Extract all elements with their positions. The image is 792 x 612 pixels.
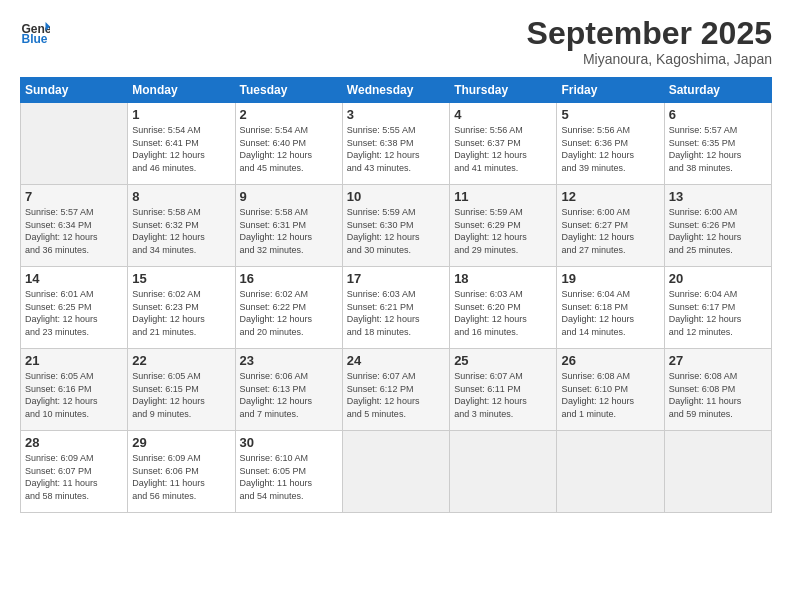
day-number: 19 (561, 271, 659, 286)
day-number: 15 (132, 271, 230, 286)
day-info: Sunrise: 5:55 AM Sunset: 6:38 PM Dayligh… (347, 124, 445, 174)
calendar-cell: 11Sunrise: 5:59 AM Sunset: 6:29 PM Dayli… (450, 185, 557, 267)
day-info: Sunrise: 5:54 AM Sunset: 6:40 PM Dayligh… (240, 124, 338, 174)
week-row-3: 14Sunrise: 6:01 AM Sunset: 6:25 PM Dayli… (21, 267, 772, 349)
calendar-cell: 18Sunrise: 6:03 AM Sunset: 6:20 PM Dayli… (450, 267, 557, 349)
day-info: Sunrise: 5:59 AM Sunset: 6:29 PM Dayligh… (454, 206, 552, 256)
calendar-cell: 23Sunrise: 6:06 AM Sunset: 6:13 PM Dayli… (235, 349, 342, 431)
day-info: Sunrise: 6:00 AM Sunset: 6:26 PM Dayligh… (669, 206, 767, 256)
day-number: 14 (25, 271, 123, 286)
day-number: 22 (132, 353, 230, 368)
day-info: Sunrise: 6:05 AM Sunset: 6:15 PM Dayligh… (132, 370, 230, 420)
day-info: Sunrise: 6:08 AM Sunset: 6:10 PM Dayligh… (561, 370, 659, 420)
day-number: 30 (240, 435, 338, 450)
page-header: General Blue September 2025 Miyanoura, K… (20, 16, 772, 67)
calendar-cell: 30Sunrise: 6:10 AM Sunset: 6:05 PM Dayli… (235, 431, 342, 513)
day-number: 17 (347, 271, 445, 286)
day-number: 16 (240, 271, 338, 286)
day-info: Sunrise: 6:07 AM Sunset: 6:12 PM Dayligh… (347, 370, 445, 420)
calendar-cell: 27Sunrise: 6:08 AM Sunset: 6:08 PM Dayli… (664, 349, 771, 431)
weekday-header-thursday: Thursday (450, 78, 557, 103)
day-number: 20 (669, 271, 767, 286)
day-number: 18 (454, 271, 552, 286)
week-row-5: 28Sunrise: 6:09 AM Sunset: 6:07 PM Dayli… (21, 431, 772, 513)
day-info: Sunrise: 6:09 AM Sunset: 6:06 PM Dayligh… (132, 452, 230, 502)
day-info: Sunrise: 5:58 AM Sunset: 6:32 PM Dayligh… (132, 206, 230, 256)
calendar-cell (21, 103, 128, 185)
day-info: Sunrise: 5:59 AM Sunset: 6:30 PM Dayligh… (347, 206, 445, 256)
calendar-cell (557, 431, 664, 513)
day-info: Sunrise: 6:03 AM Sunset: 6:21 PM Dayligh… (347, 288, 445, 338)
calendar-cell (450, 431, 557, 513)
day-info: Sunrise: 5:57 AM Sunset: 6:34 PM Dayligh… (25, 206, 123, 256)
day-number: 7 (25, 189, 123, 204)
day-info: Sunrise: 5:57 AM Sunset: 6:35 PM Dayligh… (669, 124, 767, 174)
day-number: 2 (240, 107, 338, 122)
calendar-cell: 17Sunrise: 6:03 AM Sunset: 6:21 PM Dayli… (342, 267, 449, 349)
month-title: September 2025 (527, 16, 772, 51)
calendar-cell: 24Sunrise: 6:07 AM Sunset: 6:12 PM Dayli… (342, 349, 449, 431)
day-info: Sunrise: 6:04 AM Sunset: 6:17 PM Dayligh… (669, 288, 767, 338)
day-number: 6 (669, 107, 767, 122)
day-number: 8 (132, 189, 230, 204)
day-number: 3 (347, 107, 445, 122)
weekday-header-wednesday: Wednesday (342, 78, 449, 103)
calendar-cell: 9Sunrise: 5:58 AM Sunset: 6:31 PM Daylig… (235, 185, 342, 267)
day-number: 1 (132, 107, 230, 122)
calendar-cell: 22Sunrise: 6:05 AM Sunset: 6:15 PM Dayli… (128, 349, 235, 431)
weekday-header-saturday: Saturday (664, 78, 771, 103)
day-info: Sunrise: 5:56 AM Sunset: 6:36 PM Dayligh… (561, 124, 659, 174)
day-info: Sunrise: 6:08 AM Sunset: 6:08 PM Dayligh… (669, 370, 767, 420)
day-number: 10 (347, 189, 445, 204)
calendar-cell (342, 431, 449, 513)
weekday-header-sunday: Sunday (21, 78, 128, 103)
calendar-cell: 26Sunrise: 6:08 AM Sunset: 6:10 PM Dayli… (557, 349, 664, 431)
calendar-cell: 6Sunrise: 5:57 AM Sunset: 6:35 PM Daylig… (664, 103, 771, 185)
calendar-cell: 16Sunrise: 6:02 AM Sunset: 6:22 PM Dayli… (235, 267, 342, 349)
day-number: 25 (454, 353, 552, 368)
logo: General Blue (20, 16, 52, 46)
calendar-cell: 4Sunrise: 5:56 AM Sunset: 6:37 PM Daylig… (450, 103, 557, 185)
calendar-cell: 14Sunrise: 6:01 AM Sunset: 6:25 PM Dayli… (21, 267, 128, 349)
day-number: 13 (669, 189, 767, 204)
day-number: 23 (240, 353, 338, 368)
day-info: Sunrise: 6:03 AM Sunset: 6:20 PM Dayligh… (454, 288, 552, 338)
day-info: Sunrise: 6:09 AM Sunset: 6:07 PM Dayligh… (25, 452, 123, 502)
day-number: 21 (25, 353, 123, 368)
day-number: 28 (25, 435, 123, 450)
day-number: 24 (347, 353, 445, 368)
weekday-header-monday: Monday (128, 78, 235, 103)
week-row-1: 1Sunrise: 5:54 AM Sunset: 6:41 PM Daylig… (21, 103, 772, 185)
day-info: Sunrise: 6:02 AM Sunset: 6:22 PM Dayligh… (240, 288, 338, 338)
calendar-cell: 8Sunrise: 5:58 AM Sunset: 6:32 PM Daylig… (128, 185, 235, 267)
calendar-cell: 3Sunrise: 5:55 AM Sunset: 6:38 PM Daylig… (342, 103, 449, 185)
week-row-2: 7Sunrise: 5:57 AM Sunset: 6:34 PM Daylig… (21, 185, 772, 267)
day-number: 11 (454, 189, 552, 204)
calendar-cell: 2Sunrise: 5:54 AM Sunset: 6:40 PM Daylig… (235, 103, 342, 185)
calendar-cell: 5Sunrise: 5:56 AM Sunset: 6:36 PM Daylig… (557, 103, 664, 185)
day-info: Sunrise: 5:58 AM Sunset: 6:31 PM Dayligh… (240, 206, 338, 256)
location: Miyanoura, Kagoshima, Japan (527, 51, 772, 67)
weekday-header-friday: Friday (557, 78, 664, 103)
day-info: Sunrise: 6:06 AM Sunset: 6:13 PM Dayligh… (240, 370, 338, 420)
week-row-4: 21Sunrise: 6:05 AM Sunset: 6:16 PM Dayli… (21, 349, 772, 431)
weekday-header-row: SundayMondayTuesdayWednesdayThursdayFrid… (21, 78, 772, 103)
calendar-cell: 1Sunrise: 5:54 AM Sunset: 6:41 PM Daylig… (128, 103, 235, 185)
day-number: 26 (561, 353, 659, 368)
calendar-table: SundayMondayTuesdayWednesdayThursdayFrid… (20, 77, 772, 513)
day-number: 12 (561, 189, 659, 204)
calendar-cell: 25Sunrise: 6:07 AM Sunset: 6:11 PM Dayli… (450, 349, 557, 431)
day-info: Sunrise: 6:07 AM Sunset: 6:11 PM Dayligh… (454, 370, 552, 420)
day-number: 27 (669, 353, 767, 368)
calendar-cell: 21Sunrise: 6:05 AM Sunset: 6:16 PM Dayli… (21, 349, 128, 431)
day-info: Sunrise: 6:04 AM Sunset: 6:18 PM Dayligh… (561, 288, 659, 338)
calendar-cell: 13Sunrise: 6:00 AM Sunset: 6:26 PM Dayli… (664, 185, 771, 267)
calendar-cell: 12Sunrise: 6:00 AM Sunset: 6:27 PM Dayli… (557, 185, 664, 267)
calendar-cell (664, 431, 771, 513)
day-info: Sunrise: 6:01 AM Sunset: 6:25 PM Dayligh… (25, 288, 123, 338)
weekday-header-tuesday: Tuesday (235, 78, 342, 103)
calendar-cell: 28Sunrise: 6:09 AM Sunset: 6:07 PM Dayli… (21, 431, 128, 513)
day-number: 5 (561, 107, 659, 122)
title-block: September 2025 Miyanoura, Kagoshima, Jap… (527, 16, 772, 67)
calendar-cell: 29Sunrise: 6:09 AM Sunset: 6:06 PM Dayli… (128, 431, 235, 513)
